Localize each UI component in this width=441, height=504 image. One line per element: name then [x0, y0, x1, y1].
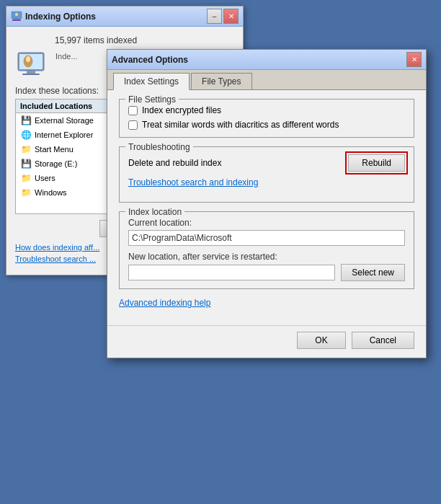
current-location-label: Current location:: [128, 218, 405, 228]
indexing-title-text: Indexing Options: [25, 12, 96, 22]
advanced-options-dialog: Advanced Options ✕ Index Settings File T…: [107, 49, 427, 358]
location-label: Users: [35, 174, 55, 182]
diacritics-checkbox[interactable]: [128, 120, 138, 130]
diacritics-label: Treat similar words with diacritics as d…: [142, 120, 339, 130]
close-button[interactable]: ✕: [223, 9, 239, 24]
file-settings-group: File Settings Index encrypted files Trea…: [119, 99, 414, 138]
advanced-indexing-help-link[interactable]: Advanced indexing help: [119, 298, 414, 308]
checkbox-row-encrypted: Index encrypted files: [128, 105, 405, 115]
advanced-title-text: Advanced Options: [112, 55, 188, 65]
troubleshooting-label: Troubleshooting: [125, 142, 193, 152]
ok-button[interactable]: OK: [297, 332, 345, 349]
new-location-label: New location, after service is restarted…: [128, 252, 405, 262]
drive-icon: 💾: [20, 158, 32, 169]
advanced-content: File Settings Index encrypted files Trea…: [107, 90, 426, 325]
computer-icon: [15, 51, 50, 80]
location-label: Start Menu: [35, 145, 74, 154]
folder-icon: 📁: [20, 172, 32, 184]
tab-index-settings[interactable]: Index Settings: [113, 73, 190, 90]
select-new-button[interactable]: Select new: [341, 264, 405, 281]
index-location-group-label: Index location: [125, 207, 184, 217]
location-label: Windows: [35, 188, 67, 197]
encrypt-label: Index encrypted files: [142, 105, 221, 115]
svg-point-3: [15, 13, 18, 16]
items-count-text: 15,997 items indexed: [55, 35, 234, 45]
troubleshoot-search-link[interactable]: Troubleshoot search and indexing: [128, 177, 405, 187]
advanced-footer: OK Cancel: [107, 325, 426, 358]
minimize-button[interactable]: –: [207, 9, 222, 24]
indexing-titlebar: Indexing Options – ✕: [6, 6, 243, 27]
svg-point-9: [26, 56, 30, 62]
folder-icon: 📁: [20, 187, 32, 198]
advanced-titlebar: Advanced Options ✕: [107, 50, 426, 70]
computer-svg: [15, 51, 50, 80]
cancel-button[interactable]: Cancel: [352, 332, 414, 349]
new-location-row: Select new: [128, 264, 405, 281]
troubleshooting-group: Troubleshooting Delete and rebuild index…: [119, 146, 414, 203]
tab-file-types[interactable]: File Types: [191, 73, 251, 89]
tabs-row: Index Settings File Types: [107, 70, 426, 90]
advanced-window-controls: ✕: [406, 52, 422, 67]
indexing-window-icon: [11, 11, 22, 22]
new-location-input[interactable]: [128, 265, 335, 280]
drive-icon: 💾: [20, 115, 32, 126]
rebuild-label: Delete and rebuild index: [128, 158, 221, 168]
indexing-window-controls: – ✕: [207, 9, 239, 24]
location-label: External Storage: [35, 116, 94, 125]
folder-icon: 📁: [20, 143, 32, 155]
ie-icon: 🌐: [20, 129, 32, 141]
location-label: Storage (E:): [35, 159, 77, 168]
indexing-title-left: Indexing Options: [11, 11, 96, 22]
rebuild-row: Delete and rebuild index Rebuild: [128, 153, 405, 177]
rebuild-button[interactable]: Rebuild: [348, 154, 405, 172]
index-location-group: Index location Current location: New loc…: [119, 211, 414, 289]
encrypt-checkbox[interactable]: [128, 106, 138, 115]
checkbox-row-diacritics: Treat similar words with diacritics as d…: [128, 120, 405, 130]
svg-rect-6: [27, 71, 35, 74]
location-label: Internet Explorer: [35, 131, 93, 139]
svg-rect-2: [12, 19, 21, 21]
svg-rect-7: [22, 74, 40, 75]
advanced-close-button[interactable]: ✕: [406, 52, 422, 67]
current-location-input[interactable]: [128, 230, 405, 246]
file-settings-label: File Settings: [125, 94, 179, 105]
